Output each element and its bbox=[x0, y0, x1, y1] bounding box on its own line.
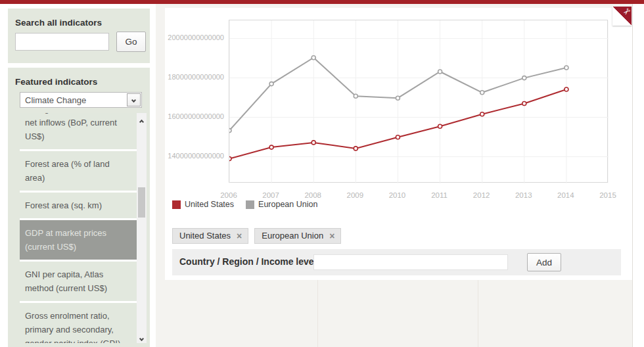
country-bar: Country / Region / Income level Add bbox=[172, 249, 621, 275]
category-select[interactable]: Climate Change bbox=[20, 92, 142, 108]
y-axis-tick-label: 14000000000000 bbox=[168, 152, 224, 160]
list-item[interactable]: Forest area (sq. km) bbox=[20, 193, 137, 218]
country-input[interactable] bbox=[313, 254, 508, 270]
selection-tag: United States× bbox=[172, 228, 248, 244]
chart-plot-area bbox=[229, 20, 608, 183]
legend-label: European Union bbox=[258, 200, 317, 209]
search-input[interactable] bbox=[15, 33, 109, 51]
chevron-up-icon[interactable] bbox=[137, 114, 147, 125]
selection-tag-label: United States bbox=[179, 231, 231, 241]
legend-label: United States bbox=[185, 200, 234, 209]
list-item[interactable]: Forest area (% of land area) bbox=[20, 151, 137, 191]
x-axis-tick-label: 2006 bbox=[210, 191, 247, 199]
x-axis-tick-label: 2010 bbox=[379, 191, 415, 199]
legend-swatch bbox=[246, 200, 254, 209]
category-select-value: Climate Change bbox=[25, 95, 86, 105]
page: Search all indicators Go Featured indica… bbox=[0, 0, 644, 347]
footer-divider bbox=[317, 280, 318, 347]
list-item[interactable]: Gross enrolment ratio, primary and secon… bbox=[20, 303, 137, 343]
selection-tags: United States×European Union× bbox=[172, 228, 341, 244]
legend-item: United States bbox=[172, 200, 234, 209]
y-axis-tick-label: 20000000000000 bbox=[168, 34, 224, 41]
close-icon[interactable]: × bbox=[329, 232, 334, 240]
y-axis-tick-label: 18000000000000 bbox=[168, 73, 224, 81]
scissors-icon: ✂ bbox=[620, 5, 632, 17]
main-content: 1400000000000016000000000000180000000000… bbox=[156, 4, 633, 347]
chart-legend: United StatesEuropean Union bbox=[172, 200, 317, 209]
featured-panel: Featured indicators Climate Change Forei… bbox=[8, 68, 150, 347]
x-axis-tick-label: 2008 bbox=[294, 191, 331, 199]
chevron-down-icon[interactable] bbox=[127, 93, 141, 106]
search-heading: Search all indicators bbox=[15, 18, 102, 28]
indicator-list: Foreign direct investment, net inflows (… bbox=[20, 113, 147, 343]
y-axis-tick-label: 16000000000000 bbox=[168, 112, 224, 120]
close-icon[interactable]: × bbox=[237, 232, 242, 240]
search-panel: Search all indicators Go bbox=[8, 9, 150, 63]
x-axis-tick-label: 2014 bbox=[547, 191, 584, 199]
chevron-down-icon[interactable] bbox=[137, 331, 147, 342]
legend-swatch bbox=[172, 200, 181, 209]
add-button[interactable]: Add bbox=[527, 253, 561, 271]
x-axis-tick-label: 2012 bbox=[463, 191, 500, 199]
list-item[interactable]: Foreign direct investment, net inflows (… bbox=[20, 113, 137, 149]
scrollbar-thumb[interactable] bbox=[138, 187, 145, 218]
x-axis-tick-label: 2007 bbox=[252, 191, 289, 199]
chart-svg bbox=[229, 20, 609, 183]
go-button[interactable]: Go bbox=[116, 32, 146, 52]
selection-tag-label: European Union bbox=[262, 231, 323, 241]
x-axis-tick-label: 2009 bbox=[336, 191, 373, 199]
x-axis-tick-label: 2015 bbox=[589, 191, 626, 199]
snip-corner-button[interactable]: ✂ bbox=[612, 7, 632, 26]
featured-heading: Featured indicators bbox=[15, 77, 97, 87]
list-scrollbar[interactable] bbox=[137, 113, 147, 343]
country-bar-label: Country / Region / Income level bbox=[179, 256, 316, 267]
x-axis-tick-label: 2013 bbox=[505, 191, 542, 199]
chart-panel: 1400000000000016000000000000180000000000… bbox=[165, 8, 632, 280]
selection-tag: European Union× bbox=[254, 228, 341, 244]
x-axis-tick-label: 2011 bbox=[421, 191, 458, 199]
sidebar: Search all indicators Go Featured indica… bbox=[0, 4, 156, 347]
list-item[interactable]: GNI per capita, Atlas method (current US… bbox=[20, 262, 137, 301]
footer-divider bbox=[478, 280, 478, 347]
list-item[interactable]: GDP at market prices (current US$) bbox=[20, 220, 137, 260]
legend-item: European Union bbox=[246, 200, 317, 209]
